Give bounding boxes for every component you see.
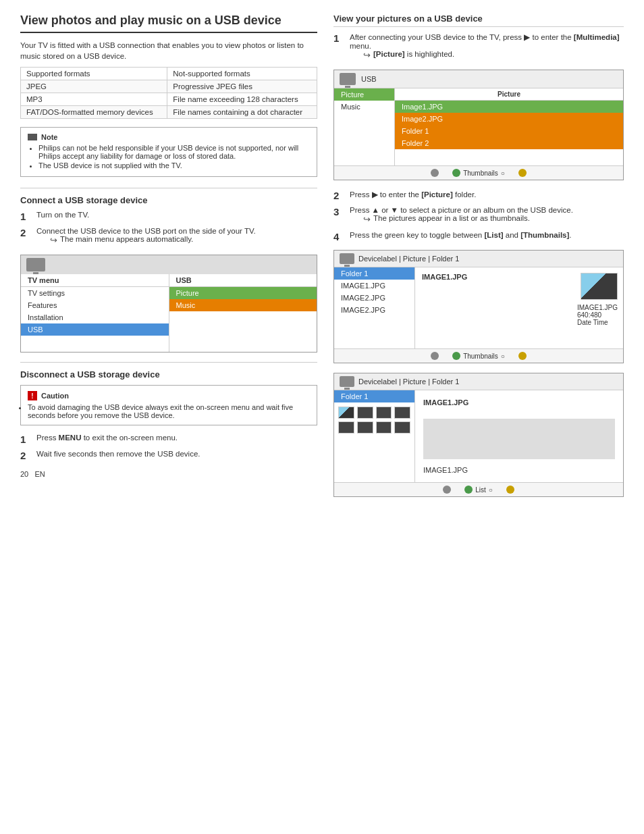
- tv-menu-item-usb[interactable]: USB: [21, 323, 169, 336]
- image-info-name: IMAGE1.JPG: [577, 304, 618, 311]
- right-section-title: View your pictures on a USB device: [333, 14, 624, 27]
- usb-spacer-6: [334, 133, 394, 137]
- tv-menu-right-music[interactable]: Music: [169, 299, 317, 311]
- disconnect-step-2-content: Wait five seconds then remove the USB de…: [36, 450, 317, 462]
- right-step-4: 4 Press the green key to toggle between …: [333, 231, 624, 243]
- usb-right-image2[interactable]: Image2.JPG: [395, 113, 623, 125]
- note-box: Note Philips can not be held responsible…: [20, 127, 317, 177]
- tv-menu-spacer-2: [21, 341, 169, 346]
- disconnect-step-2-text: Wait five seconds then remove the USB de…: [36, 450, 200, 458]
- thumb-circle-btn-green: [464, 486, 473, 494]
- footer-btn-1: [431, 169, 439, 177]
- thumb-cell-2: [357, 407, 373, 419]
- thumb-cell-3: [376, 407, 392, 419]
- usb-right-image1[interactable]: Image1.JPG: [395, 101, 623, 113]
- right-step-3-sub-text: The pictures appear in a list or as thum…: [373, 214, 530, 222]
- thumb-cell-6: [357, 421, 373, 434]
- tv-menu-item-installation: Installation: [21, 311, 169, 323]
- circle-btn-3: [518, 169, 527, 177]
- right-column: View your pictures on a USB device 1 Aft…: [333, 14, 624, 497]
- usb-menu-1-music[interactable]: Music: [334, 101, 394, 113]
- thumb-cell-7: [376, 421, 392, 434]
- connect-step-2: 2 Connect the USB device to the USB port…: [20, 227, 317, 248]
- folder-footer-btn-3: [518, 352, 527, 360]
- thumb-circle-btn-3: [506, 486, 514, 494]
- divider-connect: [20, 188, 317, 188]
- svg-rect-1: [28, 138, 37, 139]
- tv-menu-item-features: Features: [21, 299, 169, 311]
- formats-header-not-supported: Not-supported formats: [167, 68, 317, 80]
- note-item-2: The USB device is not supplied with the …: [38, 161, 310, 170]
- thumb-cell-1: [338, 407, 354, 419]
- folder-footer-btn-thumbnails[interactable]: Thumbnails ○: [452, 352, 505, 360]
- usb-menu-1-header: USB: [334, 70, 623, 88]
- right-step-1: 1 After connecting your USB device to th…: [333, 32, 624, 63]
- tv-menu-right-picture[interactable]: Picture: [169, 287, 317, 299]
- hookright-icon: ↪: [50, 235, 57, 245]
- thumb-circle-btn-1: [443, 486, 451, 494]
- step-2-sub: ↪ The main menu appears automatically.: [50, 235, 317, 245]
- formats-table: Supported formats Not-supported formats …: [20, 67, 317, 119]
- tv-menu-item-tv-settings: TV settings: [21, 287, 169, 299]
- usb-menu-1-picture[interactable]: Picture: [334, 88, 394, 101]
- step-2-content: Connect the USB device to the USB port o…: [36, 227, 317, 248]
- usb-right-header: Picture: [395, 88, 623, 101]
- tv-menu-right-spacer-2: [169, 317, 317, 322]
- format-row3-col1: FAT/DOS-formatted memory devices: [21, 106, 167, 119]
- tv-icon: [26, 258, 45, 271]
- disconnect-step-2: 2 Wait five seconds then remove the USB …: [20, 450, 317, 462]
- divider-disconnect: [20, 362, 317, 363]
- disconnect-step-1: 1 Press MENU to exit the on-screen menu.: [20, 434, 317, 446]
- folder-thumbnails-label: Thumbnails: [463, 353, 498, 360]
- footer-icon-small: ○: [501, 170, 505, 177]
- folder-circle-btn-1: [431, 352, 439, 360]
- thumb-cell-8: [394, 421, 410, 434]
- right-step-2: 2 Press ▶ to enter the [Picture] folder.: [333, 190, 624, 202]
- multimedia-bold: [Multimedia]: [574, 33, 620, 41]
- folder-item-folder1[interactable]: Folder 1: [334, 267, 414, 280]
- usb-menu-1-title: USB: [361, 75, 377, 83]
- usb-right-folder1[interactable]: Folder 1: [395, 125, 623, 137]
- tv-menu-body: TV menu TV settings Features Installatio…: [21, 274, 317, 352]
- folder-item-image2[interactable]: IMAGE2.JPG: [334, 292, 414, 304]
- usb-right-folder2[interactable]: Folder 2: [395, 137, 623, 149]
- tv-menu-header: [21, 255, 317, 274]
- right-step-num-1: 1: [333, 32, 344, 63]
- folder-left-spacer-3: [334, 327, 414, 332]
- usb-tv-icon-1: [340, 73, 356, 85]
- tv-menu-right-spacer-5: [169, 333, 317, 338]
- thumb-grid-header: Devicelabel | Picture | Folder 1: [334, 373, 623, 390]
- page-number: 20 EN: [20, 470, 317, 478]
- folder-item-image2b[interactable]: IMAGE2.JPG: [334, 304, 414, 316]
- thumb-right-label: IMAGE1.JPG: [421, 463, 618, 477]
- menu-bold: MENU: [59, 434, 82, 442]
- right-step-num-2: 2: [333, 190, 344, 202]
- folder-footer-1: Thumbnails ○: [334, 348, 623, 363]
- thumb-list-label: List: [475, 486, 486, 494]
- right-step-1-sub-text: [Picture] is highlighted.: [373, 50, 454, 58]
- thumb-footer-btn-list[interactable]: List ○: [464, 486, 493, 494]
- usb-menu-1: USB Picture Music Picture Image1.JPG Ima…: [333, 70, 624, 180]
- tv-menu-left-col: TV menu TV settings Features Installatio…: [21, 274, 169, 352]
- tv-menu-right-spacer-4: [169, 328, 317, 333]
- thumb-cell-4: [394, 407, 410, 419]
- step-2-sub-text: The main menu appears automatically.: [60, 235, 193, 243]
- formats-header-supported: Supported formats: [21, 68, 167, 80]
- step-num-2: 2: [20, 227, 31, 248]
- right-step-3-text: Press ▲ or ▼ to select a picture or an a…: [350, 206, 573, 214]
- caution-list: To avoid damaging the USB device always …: [28, 403, 310, 419]
- right-step-3-content: Press ▲ or ▼ to select a picture or an a…: [350, 206, 624, 227]
- note-item-1: Philips can not be held responsible if y…: [38, 144, 310, 160]
- step-1-content: Turn on the TV.: [36, 211, 317, 223]
- page-num-value: 20: [20, 470, 28, 478]
- image-info: IMAGE1.JPG 640:480 Date Time: [577, 304, 618, 326]
- folder-item-image1[interactable]: IMAGE1.JPG: [334, 280, 414, 292]
- tv-menu-spacer-1: [21, 336, 169, 341]
- footer-btn-thumbnails[interactable]: Thumbnails ○: [452, 169, 505, 177]
- thumbnails-bold: [Thumbnails]: [520, 231, 569, 239]
- format-row2-col2: File name exceeding 128 characters: [167, 93, 317, 106]
- thumb-footer-btn-3: [506, 486, 514, 494]
- thumb-folder-item[interactable]: Folder 1: [334, 390, 414, 402]
- right-step-3-sub: ↪ The pictures appear in a list or as th…: [363, 214, 624, 224]
- folder-body-1: Folder 1 IMAGE1.JPG IMAGE2.JPG IMAGE2.JP…: [334, 267, 623, 348]
